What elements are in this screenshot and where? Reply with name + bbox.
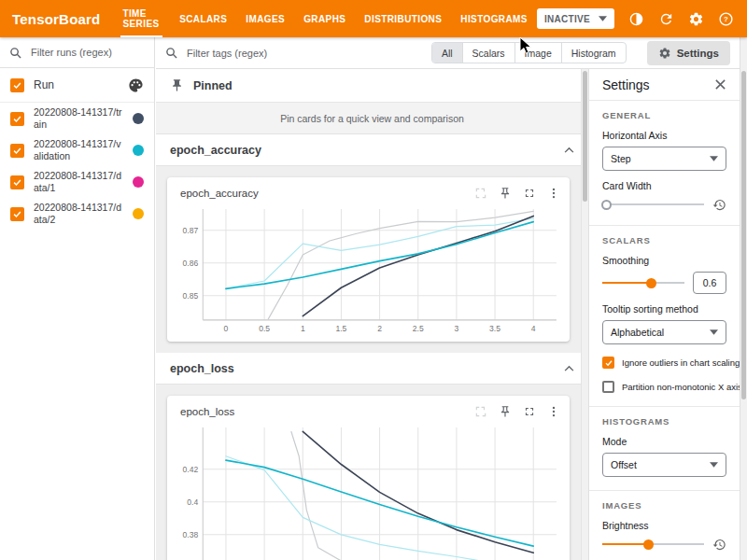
select-all-runs-checkbox[interactable] — [10, 78, 24, 92]
slider-thumb[interactable] — [643, 539, 654, 550]
gear-icon[interactable] — [688, 11, 704, 27]
svg-text:1.5: 1.5 — [335, 324, 346, 333]
filter-runs-input[interactable] — [29, 46, 145, 59]
select-value: Offset — [611, 459, 637, 470]
settings-title: Settings — [602, 77, 650, 92]
section-heading: IMAGES — [602, 500, 726, 511]
svg-text:4: 4 — [531, 324, 536, 333]
epoch-accuracy-chart[interactable]: 00.511.522.533.540.850.860.87 — [171, 203, 566, 337]
filter-chip-scalars[interactable]: Scalars — [462, 43, 514, 63]
tooltip-sorting-label: Tooltip sorting method — [602, 303, 726, 315]
run-checkbox[interactable] — [10, 207, 24, 221]
tab-scalars[interactable]: SCALARS — [170, 0, 236, 37]
partition-x-axis-checkbox-row[interactable]: Partition non-monotonic X axis — [602, 381, 726, 393]
checkbox-label: Ignore outliers in chart scaling — [622, 357, 740, 368]
histogram-mode-select[interactable]: Offset — [602, 453, 726, 477]
histogram-mode-label: Mode — [602, 436, 726, 447]
run-row-validation[interactable]: 20220808-141317/validation — [0, 134, 154, 166]
run-row-train[interactable]: 20220808-141317/train — [0, 103, 154, 134]
smoothing-label: Smoothing — [602, 255, 726, 266]
page-scrollbar[interactable] — [740, 37, 747, 560]
svg-text:1: 1 — [301, 324, 305, 333]
run-checkbox[interactable] — [10, 144, 24, 158]
pin-card-icon[interactable] — [499, 405, 512, 418]
palette-icon[interactable] — [128, 77, 144, 93]
fit-domain-icon[interactable] — [474, 187, 487, 200]
epoch-loss-chart[interactable]: 00.511.522.533.540.360.380.40.42 — [171, 422, 566, 560]
cards-scrollbar[interactable] — [581, 69, 588, 560]
filter-tags-input[interactable] — [185, 47, 297, 60]
search-icon — [9, 47, 21, 59]
section-body: epoch_accuracy — [156, 177, 588, 342]
slider-thumb[interactable] — [646, 278, 656, 288]
svg-text:0.86: 0.86 — [183, 259, 199, 268]
run-color-dot — [133, 145, 144, 156]
more-options-icon[interactable] — [547, 405, 560, 418]
chevron-down-icon — [710, 156, 718, 161]
tab-distributions[interactable]: DISTRIBUTIONS — [355, 0, 451, 37]
svg-text:0: 0 — [224, 324, 229, 333]
tab-histograms[interactable]: HISTOGRAMS — [451, 0, 537, 37]
svg-text:?: ? — [724, 15, 728, 23]
settings-panel-header: Settings — [589, 69, 740, 101]
horizontal-axis-select[interactable]: Step — [602, 147, 726, 171]
tab-time-series[interactable]: TIME SERIES — [113, 0, 170, 37]
brightness-label: Brightness — [602, 520, 726, 531]
smoothing-value-input[interactable]: 0.6 — [693, 272, 726, 294]
settings-panel: Settings GENERAL Horizontal Axis Step Ca… — [588, 69, 740, 560]
card-actions — [474, 405, 560, 418]
tab-graphs[interactable]: GRAPHS — [294, 0, 355, 37]
section-title: epoch_accuracy — [170, 144, 261, 157]
svg-text:3: 3 — [455, 324, 459, 333]
run-checkbox[interactable] — [10, 112, 24, 126]
smoothing-row: 0.6 — [602, 272, 726, 294]
fullscreen-icon[interactable] — [523, 187, 536, 200]
settings-section-scalars: SCALARS Smoothing 0.6 Tooltip sorting me… — [589, 226, 740, 407]
brightness-slider[interactable] — [602, 537, 704, 552]
card-width-slider[interactable] — [602, 197, 704, 212]
theme-toggle-icon[interactable] — [628, 11, 644, 27]
run-label: 20220808-141317/data/2 — [34, 202, 123, 226]
settings-button-label: Settings — [677, 48, 719, 59]
scalar-card-epoch-accuracy: epoch_accuracy — [167, 177, 570, 342]
settings-section-histograms: HISTOGRAMS Mode Offset — [589, 407, 740, 491]
tooltip-sorting-select[interactable]: Alphabetical — [602, 320, 726, 344]
card-width-row — [602, 197, 726, 212]
ignore-outliers-checkbox-row[interactable]: Ignore outliers in chart scaling — [602, 357, 726, 369]
smoothing-slider[interactable] — [602, 275, 684, 290]
svg-text:3.5: 3.5 — [489, 324, 500, 333]
settings-button[interactable]: Settings — [647, 41, 730, 65]
svg-text:2.5: 2.5 — [413, 324, 424, 333]
help-icon[interactable]: ? — [718, 11, 734, 27]
reload-status-select[interactable]: INACTIVE — [537, 8, 614, 29]
scrollbar-thumb[interactable] — [741, 71, 746, 399]
section-heading: SCALARS — [602, 235, 726, 245]
refresh-icon[interactable] — [658, 11, 674, 27]
filter-chip-histogram[interactable]: Histogram — [561, 43, 626, 63]
fullscreen-icon[interactable] — [523, 405, 536, 418]
run-row-data-1[interactable]: 20220808-141317/data/1 — [0, 166, 154, 198]
tab-images[interactable]: IMAGES — [236, 0, 294, 37]
reset-icon[interactable] — [712, 198, 726, 212]
reset-icon[interactable] — [712, 538, 726, 552]
app-title: TensorBoard — [0, 11, 113, 27]
checkbox-unchecked-icon[interactable] — [602, 381, 614, 393]
checkbox-checked-icon[interactable] — [602, 357, 614, 369]
chevron-up-icon[interactable] — [564, 147, 574, 153]
run-row-data-2[interactable]: 20220808-141317/data/2 — [0, 198, 154, 230]
pin-card-icon[interactable] — [499, 187, 512, 200]
scrollbar-thumb[interactable] — [583, 71, 587, 202]
section-header-epoch-accuracy[interactable]: epoch_accuracy — [156, 134, 588, 166]
close-icon[interactable] — [714, 78, 726, 91]
select-value: Step — [611, 153, 631, 164]
filter-chip-all[interactable]: All — [432, 43, 462, 63]
reload-status-value: INACTIVE — [544, 14, 590, 24]
chevron-up-icon[interactable] — [564, 365, 574, 371]
slider-thumb[interactable] — [601, 200, 612, 210]
more-options-icon[interactable] — [547, 187, 560, 200]
top-bar: TensorBoard TIME SERIES SCALARS IMAGES G… — [0, 0, 747, 37]
svg-text:0.4: 0.4 — [187, 497, 198, 507]
section-header-epoch-loss[interactable]: epoch_loss — [156, 353, 588, 385]
fit-domain-icon[interactable] — [474, 405, 487, 418]
run-checkbox[interactable] — [10, 175, 24, 189]
